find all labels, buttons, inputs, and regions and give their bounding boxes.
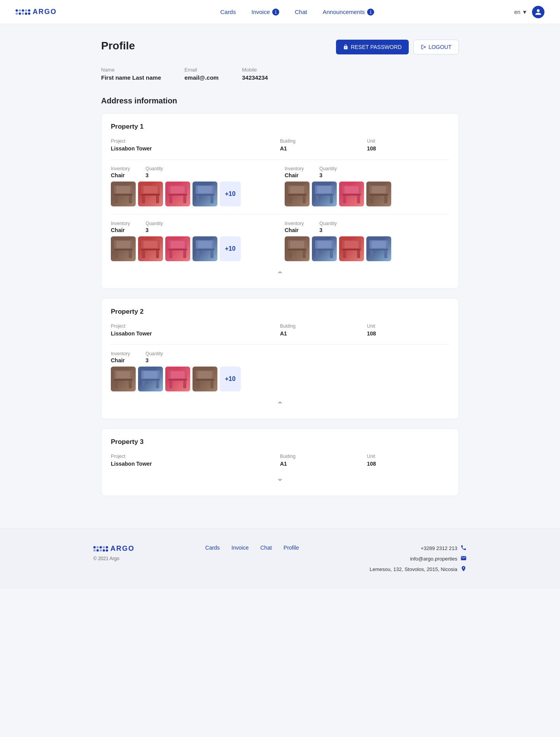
logo[interactable]: ARGO: [16, 8, 57, 16]
property-3-name: Property 3: [111, 438, 449, 446]
svg-rect-86: [142, 381, 145, 388]
svg-rect-67: [330, 250, 333, 258]
nav-right: en ▼: [514, 6, 544, 18]
chair-image: [192, 236, 217, 261]
footer-nav-invoice[interactable]: Invoice: [231, 545, 248, 551]
unit-field: Unit 108: [367, 323, 450, 337]
svg-rect-84: [116, 371, 130, 378]
chair-images-row: +10: [111, 182, 275, 206]
inventory-item: Inventory Chair Quantity 3: [285, 166, 449, 206]
chair-image: [312, 236, 337, 261]
svg-rect-44: [116, 241, 130, 248]
nav-links: Cards Invoice 1 Chat Announcements 1: [80, 9, 514, 16]
svg-rect-74: [345, 241, 359, 248]
svg-rect-62: [303, 250, 306, 258]
svg-rect-31: [343, 196, 346, 203]
footer: ARGO © 2021 Argo Cards Invoice Chat Prof…: [0, 529, 560, 589]
chair-image: [285, 182, 310, 206]
property-3-meta: Project Lissabon Tower Buiding A1 Unit 1…: [111, 454, 449, 467]
collapse-toggle-p2: [111, 398, 449, 409]
svg-rect-32: [357, 196, 360, 203]
property-card-1: Property 1 Project Lissabon Tower Buidin…: [101, 113, 459, 289]
language-selector[interactable]: en ▼: [514, 9, 527, 15]
svg-rect-72: [357, 250, 360, 258]
contact-address: Lemesou, 132, Stovolos, 2015, Nicosia: [370, 566, 467, 573]
chair-image: [339, 236, 364, 261]
chevron-up-icon: [276, 399, 284, 406]
chair-image: [312, 182, 337, 206]
expand-button-p3[interactable]: [272, 475, 288, 486]
footer-nav-chat[interactable]: Chat: [260, 545, 272, 551]
page-title: Profile: [101, 40, 135, 52]
nav-announcements[interactable]: Announcements 1: [323, 9, 374, 16]
svg-rect-12: [183, 196, 186, 203]
svg-rect-29: [317, 186, 331, 193]
svg-rect-76: [370, 250, 373, 258]
svg-rect-87: [156, 381, 159, 388]
svg-rect-4: [116, 186, 130, 193]
logo-dots: [16, 9, 30, 15]
chair-images-row: +10: [111, 236, 275, 261]
property-card-2: Property 2 Project Lissabon Tower Buidin…: [101, 298, 459, 419]
project-field: Project Lissabon Tower: [111, 323, 275, 337]
logout-button[interactable]: LOGOUT: [413, 40, 459, 54]
profile-actions: RESET PASSWORD LOGOUT: [336, 40, 459, 54]
collapse-button-p1[interactable]: [272, 267, 288, 279]
property-2-name: Property 2: [111, 308, 449, 316]
svg-rect-24: [290, 186, 304, 193]
svg-rect-59: [198, 241, 212, 248]
svg-rect-14: [171, 186, 185, 193]
property-2-meta: Project Lissabon Tower Buiding A1 Unit 1…: [111, 323, 449, 337]
svg-rect-26: [316, 196, 319, 203]
svg-rect-94: [171, 371, 185, 378]
chair-image: [111, 236, 136, 261]
more-images-badge[interactable]: +10: [220, 182, 241, 206]
svg-rect-49: [144, 241, 158, 248]
property-1-name: Property 1: [111, 123, 449, 131]
more-images-badge[interactable]: +10: [220, 367, 241, 391]
navbar: ARGO Cards Invoice 1 Chat Announcements …: [0, 0, 560, 24]
svg-rect-56: [196, 250, 200, 258]
svg-rect-17: [210, 196, 214, 203]
svg-rect-52: [183, 250, 186, 258]
footer-nav-cards[interactable]: Cards: [205, 545, 220, 551]
profile-info: Name First name Last name Email email@.c…: [101, 67, 459, 81]
property-card-3: Property 3 Project Lissabon Tower Buidin…: [101, 428, 459, 496]
footer-nav-profile[interactable]: Profile: [284, 545, 299, 551]
building-field: Buiding A1: [280, 454, 362, 467]
location-icon: [460, 566, 467, 573]
chevron-down-icon: [276, 476, 284, 483]
svg-rect-77: [384, 250, 387, 258]
svg-rect-92: [183, 381, 186, 388]
nav-cards[interactable]: Cards: [220, 9, 236, 16]
collapse-toggle-p1: [111, 267, 449, 279]
reset-password-button[interactable]: RESET PASSWORD: [336, 40, 409, 54]
mobile-value: 34234234: [242, 74, 268, 81]
chair-image: [138, 182, 163, 206]
svg-rect-42: [129, 250, 132, 258]
announcements-badge: 1: [367, 9, 374, 16]
chair-image: [138, 367, 163, 391]
logout-icon: [421, 44, 426, 50]
nav-chat[interactable]: Chat: [295, 9, 307, 16]
building-field: Buiding A1: [280, 323, 362, 337]
footer-copyright: © 2021 Argo: [93, 556, 135, 561]
svg-rect-96: [196, 381, 200, 388]
svg-rect-64: [290, 241, 304, 248]
nav-invoice[interactable]: Invoice 1: [251, 9, 279, 16]
footer-logo-text: ARGO: [110, 545, 135, 553]
footer-logo: ARGO: [93, 545, 135, 553]
svg-rect-99: [198, 371, 212, 378]
svg-rect-97: [210, 381, 214, 388]
svg-rect-82: [129, 381, 132, 388]
collapse-button-p2[interactable]: [272, 398, 288, 409]
lock-icon: [343, 44, 348, 50]
chair-image: [165, 236, 190, 261]
user-avatar[interactable]: [532, 6, 544, 18]
svg-rect-27: [330, 196, 333, 203]
name-field: Name First name Last name: [101, 67, 161, 81]
unit-field: Unit 108: [367, 138, 450, 152]
chair-image: [192, 367, 217, 391]
more-images-badge[interactable]: +10: [220, 236, 241, 261]
inventory-grid-p1-r2: Inventory Chair Quantity 3: [111, 221, 449, 261]
